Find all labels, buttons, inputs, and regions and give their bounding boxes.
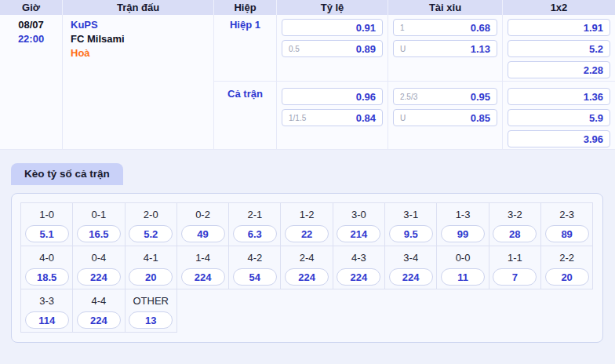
score-odds-button[interactable]: 9.5 [389,225,433,242]
column-header-time: Giờ [0,0,63,15]
correct-score-panel: 1-05.10-116.52-05.20-2492-16.31-2223-021… [11,193,603,343]
score-cell: 0-011 [437,246,489,289]
one-x-two-odds-box[interactable]: 5.2 [508,40,610,57]
over-under-odds-box[interactable]: U1.13 [393,40,497,57]
score-odds-button[interactable]: 89 [545,225,589,242]
tab-correct-score[interactable]: Kèo tỷ số cả trận [11,163,123,185]
handicap-odds-box[interactable]: 0.50.89 [282,40,383,57]
handicap-odds-full-time: 0.961/1.50.84 [277,81,388,149]
score-odds-button[interactable]: 13 [129,311,173,329]
score-label: 0-4 [73,252,124,264]
score-cell: 3-4224 [385,246,437,289]
score-cell: 4-254 [229,246,281,289]
score-cell: 4-3224 [333,246,385,289]
score-cell: 2-389 [541,203,593,246]
score-odds-button[interactable]: 224 [77,311,121,329]
score-label: 4-0 [21,252,72,264]
score-odds-button[interactable]: 224 [285,268,329,286]
one-x-two-odds-box[interactable]: 1.36 [508,88,610,105]
score-label: 1-2 [281,209,332,221]
home-team-name[interactable]: KuPS [71,18,213,32]
score-cell: 4-018.5 [21,246,73,289]
score-cell: 0-116.5 [73,203,125,246]
score-cell: 4-120 [126,246,177,289]
odds-value: 2.28 [584,64,603,76]
draw-label: Hoà [71,46,213,60]
score-cell: 3-19.5 [385,203,437,246]
score-odds-button[interactable]: 18.5 [25,268,69,286]
odds-line-label: U [400,45,406,53]
score-odds-button[interactable]: 224 [337,268,380,286]
score-odds-button[interactable]: 16.5 [77,225,121,242]
score-label: 0-0 [437,252,488,264]
score-cell: OTHER13 [126,289,177,333]
odds-value: 1.91 [584,22,603,34]
score-label: 1-1 [489,252,540,264]
score-label: 2-2 [541,252,592,264]
handicap-odds-box[interactable]: 0.96 [282,88,383,105]
score-odds-button[interactable]: 99 [441,225,485,242]
odds-table: Giờ Trận đấu Hiệp Tỷ lệ Tài xỉu 1x2 08/0… [0,0,615,150]
one-x-two-odds-box[interactable]: 3.96 [508,130,610,147]
away-team-name[interactable]: FC Milsami [71,32,213,46]
score-label: 0-1 [73,209,124,221]
odds-value: 1.36 [584,91,603,103]
score-cell: 1-399 [437,203,489,246]
one-x-two-odds-box[interactable]: 2.28 [508,61,610,78]
score-odds-button[interactable]: 7 [493,268,537,286]
score-odds-button[interactable]: 5.2 [129,225,173,242]
column-header-1x2: 1x2 [503,0,615,15]
score-odds-button[interactable]: 49 [181,225,225,242]
score-label: 1-0 [21,209,72,221]
period-label-first-half: Hiệp 1 [214,15,277,81]
odds-line-label: 1/1.5 [289,114,306,122]
handicap-odds-box[interactable]: 1/1.50.84 [282,109,383,126]
score-odds-button[interactable]: 20 [129,268,173,286]
over-under-odds-box[interactable]: 10.68 [393,19,497,36]
score-odds-button[interactable]: 224 [181,268,225,286]
odds-value: 0.91 [356,22,376,34]
odds-value: 5.2 [589,43,603,55]
score-cell: 1-222 [281,203,333,246]
score-label: 3-3 [21,295,72,308]
period-label-full-time: Cả trận [214,81,277,149]
column-header-period: Hiệp [214,0,277,15]
handicap-odds-box[interactable]: 0.91 [282,19,383,36]
score-odds-button[interactable]: 224 [77,268,121,286]
score-odds-button[interactable]: 6.3 [233,225,277,242]
handicap-odds-first-half: 0.910.50.89 [277,15,388,81]
score-row: 3-31144-4224OTHER13 [21,289,593,333]
one-x-two-odds-box[interactable]: 5.9 [508,109,610,126]
score-odds-button[interactable]: 114 [25,311,69,329]
score-label: 3-4 [385,252,436,264]
score-label: 2-0 [126,209,176,221]
match-time: 22:00 [0,32,62,46]
odds-value: 0.95 [471,91,490,103]
score-label: 4-1 [126,252,176,264]
score-odds-button[interactable]: 224 [389,268,433,286]
score-label: 3-0 [333,209,384,221]
score-odds-button[interactable]: 214 [337,225,380,242]
one-x-two-odds-first-half: 1.915.22.28 [503,15,615,81]
one-x-two-odds-box[interactable]: 1.91 [508,19,610,36]
score-odds-button[interactable]: 20 [545,268,589,286]
score-label: 0-2 [177,209,228,221]
odds-value: 1.13 [471,43,490,55]
odds-line-label: U [400,114,406,122]
over-under-odds-first-half: 10.68U1.13 [388,15,503,81]
score-cell: 1-17 [489,246,541,289]
column-header-over-under: Tài xỉu [388,0,503,15]
over-under-odds-box[interactable]: 2.5/30.95 [393,88,497,105]
score-odds-button[interactable]: 54 [233,268,277,286]
score-odds-button[interactable]: 5.1 [25,225,69,242]
score-odds-button[interactable]: 22 [285,225,329,242]
score-row: 1-05.10-116.52-05.20-2492-16.31-2223-021… [21,203,593,246]
match-time-cell: 08/07 22:00 [0,15,63,149]
odds-value: 0.96 [356,91,376,103]
score-label: 3-1 [385,209,436,221]
over-under-odds-box[interactable]: U0.85 [393,109,497,126]
score-odds-button[interactable]: 11 [441,268,485,286]
score-cell: 4-4224 [73,289,125,333]
score-cell: 2-220 [541,246,593,289]
score-odds-button[interactable]: 28 [493,225,537,242]
